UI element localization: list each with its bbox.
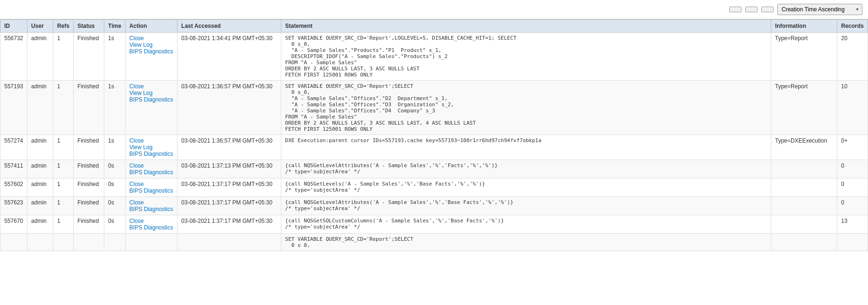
action-link-close[interactable]: Close bbox=[129, 83, 173, 90]
col-header-refs: Refs bbox=[53, 20, 74, 33]
table-header-row: IDUserRefsStatusTimeActionLast AccessedS… bbox=[0, 20, 868, 33]
action-link-view-log[interactable]: View Log bbox=[129, 144, 173, 151]
cell-status: Finished bbox=[74, 135, 104, 160]
cell-records: 13 bbox=[837, 215, 868, 234]
cell-last-accessed bbox=[177, 234, 281, 251]
cell-action: CloseView LogBIPS Diagnostics bbox=[126, 33, 177, 81]
action-link-close[interactable]: Close bbox=[129, 35, 173, 42]
cell-status: Finished bbox=[74, 160, 104, 178]
cell-records: 20 bbox=[837, 33, 868, 81]
cell-status: Finished bbox=[74, 33, 104, 81]
cell-action bbox=[126, 234, 177, 251]
cell-action: CloseBIPS Diagnostics bbox=[126, 197, 177, 215]
close-all-button[interactable] bbox=[761, 7, 774, 12]
cell-time: 1s bbox=[104, 135, 126, 160]
cell-action: CloseBIPS Diagnostics bbox=[126, 160, 177, 178]
cancel-button[interactable] bbox=[745, 7, 758, 12]
cell-records: 0+ bbox=[837, 135, 868, 160]
cell-statement: SET VARIABLE QUERY_SRC_CD='Report';SELEC… bbox=[281, 81, 771, 135]
cell-last-accessed: 03-08-2021 1:37:17 PM GMT+05:30 bbox=[177, 215, 281, 234]
cell-action: CloseBIPS Diagnostics bbox=[126, 215, 177, 234]
cell-records: 0 bbox=[837, 160, 868, 178]
col-header-last-accessed: Last Accessed bbox=[177, 20, 281, 33]
cell-last-accessed: 03-08-2021 1:37:13 PM GMT+05:30 bbox=[177, 160, 281, 178]
cell-refs: 1 bbox=[53, 33, 74, 81]
cell-action: CloseBIPS Diagnostics bbox=[126, 178, 177, 197]
cell-refs: 1 bbox=[53, 215, 74, 234]
cell-time: 1s bbox=[104, 33, 126, 81]
cell-information bbox=[771, 234, 837, 251]
cell-action: CloseView LogBIPS Diagnostics bbox=[126, 135, 177, 160]
cell-time bbox=[104, 234, 126, 251]
table-row: 557670admin1Finished0sCloseBIPS Diagnost… bbox=[0, 215, 868, 234]
cell-records: 10 bbox=[837, 81, 868, 135]
action-link-close[interactable]: Close bbox=[129, 137, 173, 144]
col-header-status: Status bbox=[74, 20, 104, 33]
cell-status: Finished bbox=[74, 81, 104, 135]
table-row: 557411admin1Finished0sCloseBIPS Diagnost… bbox=[0, 160, 868, 178]
col-header-time: Time bbox=[104, 20, 126, 33]
cell-last-accessed: 03-08-2021 1:36:57 PM GMT+05:30 bbox=[177, 81, 281, 135]
action-link-close[interactable]: Close bbox=[129, 218, 173, 224]
cell-id: 557274 bbox=[0, 135, 27, 160]
cell-user: admin bbox=[27, 33, 53, 81]
cell-id: 557411 bbox=[0, 160, 27, 178]
table-row: 557602admin1Finished0sCloseBIPS Diagnost… bbox=[0, 178, 868, 197]
cell-refs: 1 bbox=[53, 81, 74, 135]
cell-status: Finished bbox=[74, 178, 104, 197]
col-header-action: Action bbox=[126, 20, 177, 33]
table-row: 556732admin1Finished1sCloseView LogBIPS … bbox=[0, 33, 868, 81]
download-button[interactable] bbox=[729, 7, 742, 12]
cell-time: 1s bbox=[104, 81, 126, 135]
action-link-close[interactable]: Close bbox=[129, 162, 173, 169]
cell-id bbox=[0, 234, 27, 251]
table-row: 557193admin1Finished1sCloseView LogBIPS … bbox=[0, 81, 868, 135]
cell-last-accessed: 03-08-2021 1:36:57 PM GMT+05:30 bbox=[177, 135, 281, 160]
action-link-close[interactable]: Close bbox=[129, 181, 173, 187]
action-link-bips-diagnostics[interactable]: BIPS Diagnostics bbox=[129, 151, 173, 157]
col-header-id: ID bbox=[0, 20, 27, 33]
cell-information: Type=Report bbox=[771, 33, 837, 81]
action-link-bips-diagnostics[interactable]: BIPS Diagnostics bbox=[129, 206, 173, 212]
cell-user: admin bbox=[27, 81, 53, 135]
cell-last-accessed: 03-08-2021 1:37:17 PM GMT+05:30 bbox=[177, 197, 281, 215]
top-bar: Creation Time AscendingCreation Time Des… bbox=[0, 0, 868, 19]
cell-statement: {call NQSGetLevels('A - Sample Sales','%… bbox=[281, 178, 771, 197]
cell-refs: 1 bbox=[53, 135, 74, 160]
cell-status bbox=[74, 234, 104, 251]
cell-action: CloseView LogBIPS Diagnostics bbox=[126, 81, 177, 135]
cell-user: admin bbox=[27, 135, 53, 160]
cell-last-accessed: 03-08-2021 1:34:41 PM GMT+05:30 bbox=[177, 33, 281, 81]
cell-information bbox=[771, 178, 837, 197]
cell-statement: DXE Execution:parent cursor IDs=557193,c… bbox=[281, 135, 771, 160]
sort-wrapper: Creation Time AscendingCreation Time Des… bbox=[777, 4, 862, 15]
cell-records: 0 bbox=[837, 197, 868, 215]
action-link-bips-diagnostics[interactable]: BIPS Diagnostics bbox=[129, 48, 173, 55]
col-header-records: Records bbox=[837, 20, 868, 33]
sort-select[interactable]: Creation Time AscendingCreation Time Des… bbox=[777, 4, 862, 15]
col-header-information: Information bbox=[771, 20, 837, 33]
table-row: SET VARIABLE QUERY_SRC_CD='Report';SELEC… bbox=[0, 234, 868, 251]
toolbar: Creation Time AscendingCreation Time Des… bbox=[724, 4, 862, 15]
cell-refs: 1 bbox=[53, 178, 74, 197]
cell-last-accessed: 03-08-2021 1:37:17 PM GMT+05:30 bbox=[177, 178, 281, 197]
action-link-close[interactable]: Close bbox=[129, 199, 173, 206]
action-link-bips-diagnostics[interactable]: BIPS Diagnostics bbox=[129, 187, 173, 194]
cell-refs: 1 bbox=[53, 197, 74, 215]
cell-user: admin bbox=[27, 197, 53, 215]
action-link-view-log[interactable]: View Log bbox=[129, 90, 173, 96]
cell-refs: 1 bbox=[53, 160, 74, 178]
cursor-cache-table: IDUserRefsStatusTimeActionLast AccessedS… bbox=[0, 19, 868, 251]
cell-id: 557602 bbox=[0, 178, 27, 197]
table-row: 557274admin1Finished1sCloseView LogBIPS … bbox=[0, 135, 868, 160]
table-row: 557623admin1Finished0sCloseBIPS Diagnost… bbox=[0, 197, 868, 215]
action-link-view-log[interactable]: View Log bbox=[129, 42, 173, 48]
cell-information bbox=[771, 160, 837, 178]
cell-information: Type=Report bbox=[771, 81, 837, 135]
action-link-bips-diagnostics[interactable]: BIPS Diagnostics bbox=[129, 96, 173, 103]
cell-user bbox=[27, 234, 53, 251]
action-link-bips-diagnostics[interactable]: BIPS Diagnostics bbox=[129, 169, 173, 176]
cell-refs bbox=[53, 234, 74, 251]
action-link-bips-diagnostics[interactable]: BIPS Diagnostics bbox=[129, 224, 173, 231]
cell-id: 557193 bbox=[0, 81, 27, 135]
